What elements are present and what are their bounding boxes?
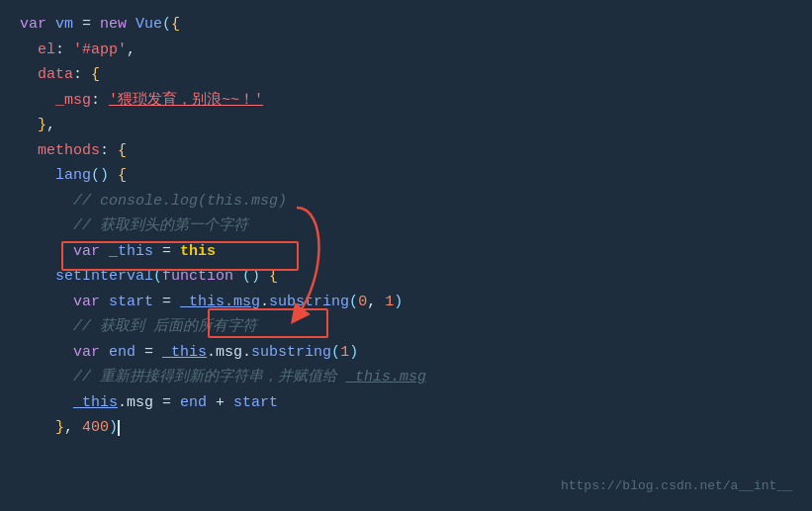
code-line-1: var vm = new Vue({ bbox=[20, 12, 792, 38]
code-line-10: var _this = this bbox=[20, 239, 792, 265]
code-line-12: var start = _this.msg.substring(0, 1) bbox=[20, 290, 792, 315]
code-line-16: _this.msg = end + start bbox=[20, 390, 792, 416]
code-line-17: }, 400) bbox=[20, 415, 792, 441]
code-line-2: el: '#app', bbox=[20, 38, 792, 63]
code-line-9: // 获取到头的第一个字符 bbox=[20, 213, 792, 239]
keyword-var: var bbox=[20, 12, 55, 38]
code-line-3: data: { bbox=[20, 62, 792, 88]
text-cursor bbox=[118, 420, 120, 436]
code-line-14: var end = _this.msg.substring(1) bbox=[20, 340, 792, 366]
code-line-4: _msg: '猥琐发育，别浪~~！' bbox=[20, 88, 792, 114]
code-line-15: // 重新拼接得到新的字符串，并赋值给 _this.msg bbox=[20, 365, 792, 390]
url-label: https://blog.csdn.net/a__int__ bbox=[561, 478, 792, 493]
code-line-8: // console.log(this.msg) bbox=[20, 189, 792, 214]
code-line-11: setInterval(function () { bbox=[20, 264, 792, 290]
code-line-13: // 获取到 后面的所有字符 bbox=[20, 314, 792, 340]
code-line-7: lang() { bbox=[20, 163, 792, 189]
code-line-5: }, bbox=[20, 113, 792, 138]
code-line-6: methods: { bbox=[20, 138, 792, 164]
code-editor: var vm = new Vue({ el: '#app', data: { _… bbox=[0, 0, 812, 453]
